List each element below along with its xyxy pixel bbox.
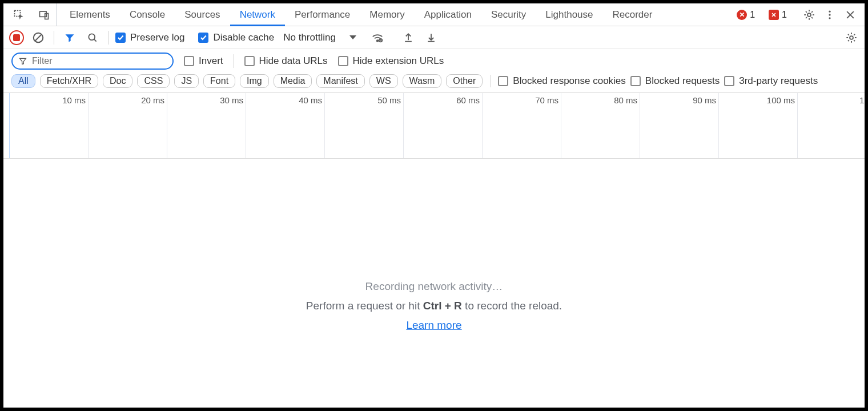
filter-input-container[interactable] (11, 53, 174, 70)
third-party-checkbox[interactable]: 3rd-party requests (724, 75, 818, 87)
timeline-tick (324, 93, 325, 158)
chip-ws[interactable]: WS (369, 74, 398, 88)
filter-funnel-icon (18, 57, 27, 66)
preserve-log-checkbox[interactable]: Preserve log (115, 32, 184, 43)
chip-all[interactable]: All (11, 74, 35, 88)
blocked-cookies-label: Blocked response cookies (513, 75, 626, 87)
filter-toggle-icon[interactable] (61, 29, 78, 46)
svg-point-11 (850, 36, 853, 39)
panel-settings-icon[interactable] (843, 29, 860, 46)
blocked-requests-checkbox[interactable]: Blocked requests (630, 75, 720, 87)
tab-performance[interactable]: Performance (285, 3, 360, 26)
chip-doc[interactable]: Doc (103, 74, 132, 88)
issue-count-value: 1 (782, 10, 787, 20)
throttling-value: No throttling (283, 32, 336, 43)
timeline-tick-label: 70 ms (535, 95, 561, 105)
chip-fetch-xhr[interactable]: Fetch/XHR (40, 74, 98, 88)
invert-checkbox[interactable]: Invert (184, 55, 223, 67)
empty-title: Recording network activity… (365, 280, 503, 293)
chip-css[interactable]: CSS (137, 74, 170, 88)
disable-cache-label: Disable cache (213, 32, 274, 43)
timeline-tick-label: 90 ms (693, 95, 718, 105)
import-har-icon[interactable] (423, 29, 440, 46)
timeline-tick-label: 10 ms (62, 95, 88, 105)
timeline-tick (167, 93, 167, 158)
checkbox-icon (184, 56, 194, 66)
disable-cache-checkbox[interactable]: Disable cache (198, 32, 274, 43)
chevron-down-icon (349, 35, 356, 39)
checkbox-icon (244, 56, 255, 66)
timeline-tick (246, 93, 246, 158)
export-har-icon[interactable] (400, 29, 417, 46)
blocked-requests-label: Blocked requests (645, 75, 720, 87)
timeline-tick-label: 110 (859, 95, 865, 105)
chip-manifest[interactable]: Manifest (316, 74, 364, 88)
tab-application[interactable]: Application (415, 3, 481, 26)
filter-row: Invert Hide data URLs Hide extension URL… (3, 49, 865, 71)
hide-data-urls-checkbox[interactable]: Hide data URLs (244, 55, 328, 67)
timeline-tick (640, 93, 640, 158)
timeline-tick-label: 30 ms (220, 95, 246, 105)
checkbox-icon (724, 76, 734, 86)
checkbox-icon (630, 76, 641, 86)
timeline-tick (88, 93, 89, 158)
timeline-tick-label: 50 ms (377, 95, 403, 105)
invert-label: Invert (199, 55, 223, 67)
svg-point-5 (829, 14, 830, 15)
svg-point-4 (829, 10, 830, 12)
error-count[interactable]: 1 (737, 10, 760, 20)
checkbox-checked-icon (198, 33, 208, 43)
timeline-tick (718, 93, 719, 158)
checkbox-icon (338, 56, 348, 66)
timeline-tick-label: 20 ms (141, 95, 167, 105)
tab-memory[interactable]: Memory (360, 3, 414, 26)
filter-input[interactable] (32, 56, 167, 66)
inspect-element-icon[interactable] (10, 6, 27, 23)
tab-network[interactable]: Network (230, 3, 285, 26)
record-button[interactable] (9, 30, 24, 45)
tab-console[interactable]: Console (120, 3, 175, 26)
search-icon[interactable] (84, 29, 101, 46)
hide-data-urls-label: Hide data URLs (259, 55, 328, 67)
learn-more-link[interactable]: Learn more (406, 319, 461, 332)
overview-timeline[interactable]: 10 ms20 ms30 ms40 ms50 ms60 ms70 ms80 ms… (3, 92, 865, 159)
svg-point-3 (807, 13, 811, 17)
more-menu-icon[interactable] (821, 6, 838, 23)
chip-other[interactable]: Other (446, 74, 483, 88)
error-count-value: 1 (750, 10, 755, 20)
clear-button[interactable] (30, 29, 47, 46)
chip-media[interactable]: Media (274, 74, 312, 88)
timeline-tick (797, 93, 798, 158)
type-filter-row: All Fetch/XHR Doc CSS JS Font Img Media … (3, 71, 865, 92)
timeline-tick (403, 93, 404, 158)
tab-lighthouse[interactable]: Lighthouse (536, 3, 602, 26)
hide-extension-urls-label: Hide extension URLs (353, 55, 444, 67)
chip-js[interactable]: JS (174, 74, 199, 88)
settings-icon[interactable] (801, 6, 818, 23)
tab-security[interactable]: Security (481, 3, 536, 26)
tab-sources[interactable]: Sources (175, 3, 230, 26)
close-icon[interactable] (842, 6, 859, 23)
error-icon (737, 10, 747, 20)
empty-hint: Perform a request or hit Ctrl + R to rec… (306, 300, 562, 312)
throttling-select[interactable]: No throttling (283, 32, 356, 43)
timeline-tick-label: 60 ms (456, 95, 482, 105)
third-party-label: 3rd-party requests (739, 75, 818, 87)
svg-point-9 (377, 40, 379, 42)
chip-img[interactable]: Img (240, 74, 269, 88)
network-toolbar: Preserve log Disable cache No throttling (3, 26, 865, 49)
network-conditions-icon[interactable] (369, 29, 386, 46)
device-toolbar-icon[interactable] (35, 6, 53, 23)
svg-point-6 (829, 17, 830, 19)
empty-state: Recording network activity… Perform a re… (3, 159, 865, 408)
tab-recorder[interactable]: Recorder (603, 3, 662, 26)
chip-wasm[interactable]: Wasm (403, 74, 442, 88)
svg-point-8 (89, 34, 95, 40)
issue-count[interactable]: 1 (769, 10, 791, 20)
tab-elements[interactable]: Elements (60, 3, 120, 26)
chip-font[interactable]: Font (203, 74, 235, 88)
checkbox-icon (498, 76, 508, 86)
blocked-cookies-checkbox[interactable]: Blocked response cookies (498, 75, 626, 87)
hide-extension-urls-checkbox[interactable]: Hide extension URLs (338, 55, 444, 67)
timeline-tick-label: 100 ms (767, 95, 797, 105)
